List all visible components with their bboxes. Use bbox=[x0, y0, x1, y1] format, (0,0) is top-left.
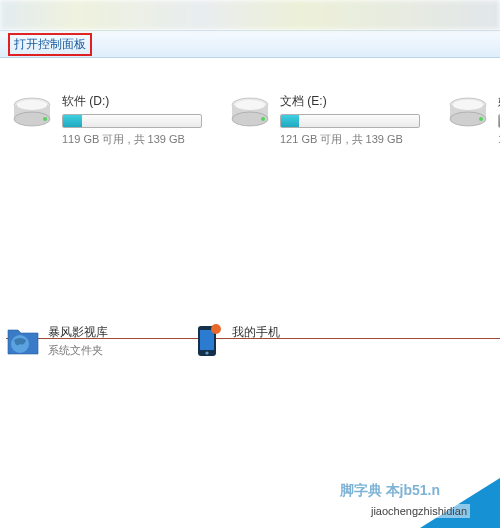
hard-drive-icon bbox=[10, 93, 54, 129]
drive-item[interactable]: 文档 (E:) 121 GB 可用 , 共 139 GB bbox=[228, 93, 428, 147]
capacity-fill bbox=[63, 115, 82, 127]
svg-point-3 bbox=[17, 100, 47, 110]
watermark: 脚字典 本jb51.n jiaochengzhishidian bbox=[300, 458, 500, 528]
svg-point-9 bbox=[261, 117, 265, 121]
device-name: 我的手机 bbox=[232, 324, 280, 341]
hard-drive-icon bbox=[446, 93, 490, 129]
svg-point-13 bbox=[453, 100, 483, 110]
svg-rect-17 bbox=[200, 330, 214, 350]
globe-folder-icon bbox=[6, 324, 40, 358]
hard-drive-icon bbox=[228, 93, 272, 129]
explorer-content: 软件 (D:) 119 GB 可用 , 共 139 GB 文档 (E:) bbox=[0, 58, 500, 147]
toolbar: 打开控制面板 bbox=[0, 30, 500, 58]
window-titlebar-blur bbox=[0, 0, 500, 30]
watermark-url: jiaochengzhishidian bbox=[368, 504, 470, 518]
other-items-section: 暴风影视库 系统文件夹 我的手机 bbox=[6, 324, 500, 358]
watermark-text: 脚字典 本jb51.n bbox=[340, 482, 440, 500]
phone-icon bbox=[190, 324, 224, 358]
capacity-text: 121 GB 可用 , 共 139 GB bbox=[280, 132, 428, 147]
capacity-bar bbox=[62, 114, 202, 128]
drive-info: 软件 (D:) 119 GB 可用 , 共 139 GB bbox=[62, 93, 210, 147]
svg-point-4 bbox=[43, 117, 47, 121]
capacity-fill bbox=[281, 115, 299, 127]
folder-name: 暴风影视库 bbox=[48, 324, 108, 341]
drive-name: 文档 (E:) bbox=[280, 93, 428, 110]
capacity-bar bbox=[280, 114, 420, 128]
folder-text: 暴风影视库 系统文件夹 bbox=[48, 324, 108, 358]
svg-point-8 bbox=[235, 100, 265, 110]
svg-point-14 bbox=[479, 117, 483, 121]
drives-section: 软件 (D:) 119 GB 可用 , 共 139 GB 文档 (E:) bbox=[10, 93, 490, 147]
drive-info: 文档 (E:) 121 GB 可用 , 共 139 GB bbox=[280, 93, 428, 147]
svg-point-18 bbox=[205, 351, 208, 354]
drive-name: 软件 (D:) bbox=[62, 93, 210, 110]
drive-item[interactable]: 娱乐 (F:) 106 GB 可用 bbox=[446, 93, 500, 147]
folder-item[interactable]: 暴风影视库 系统文件夹 bbox=[6, 324, 108, 358]
device-text: 我的手机 bbox=[232, 324, 280, 341]
capacity-text: 119 GB 可用 , 共 139 GB bbox=[62, 132, 210, 147]
folder-type: 系统文件夹 bbox=[48, 343, 108, 358]
drive-item[interactable]: 软件 (D:) 119 GB 可用 , 共 139 GB bbox=[10, 93, 210, 147]
svg-point-19 bbox=[211, 324, 221, 334]
device-item[interactable]: 我的手机 bbox=[190, 324, 280, 358]
open-control-panel-link[interactable]: 打开控制面板 bbox=[14, 37, 86, 51]
highlight-box: 打开控制面板 bbox=[8, 33, 92, 56]
